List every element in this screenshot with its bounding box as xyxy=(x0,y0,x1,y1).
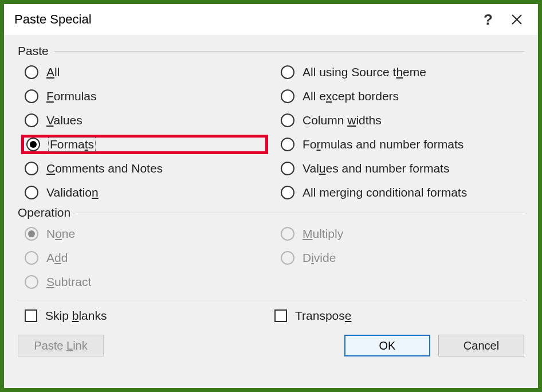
checkbox-transpose[interactable]: Transpose xyxy=(274,306,524,326)
paste-special-dialog: Paste Special ? Paste All xyxy=(4,4,538,388)
operation-group-label: Operation xyxy=(18,206,76,219)
divider xyxy=(54,51,524,52)
dialog-title: Paste Special xyxy=(14,12,474,27)
radio-icon xyxy=(281,89,294,103)
close-button[interactable] xyxy=(502,13,531,26)
paste-group-header: Paste xyxy=(18,44,524,58)
divider xyxy=(18,300,524,300)
radio-icon xyxy=(281,65,294,79)
radio-icon xyxy=(25,65,38,79)
radio-merge-conditional-formats[interactable]: All merging conditional formats xyxy=(281,183,524,202)
radio-column-widths[interactable]: Column widths xyxy=(281,111,524,130)
radio-icon xyxy=(281,138,294,151)
radio-formulas[interactable]: Formulas xyxy=(25,87,268,106)
radio-except-borders[interactable]: All except borders xyxy=(281,87,524,106)
radio-values[interactable]: Values xyxy=(25,111,268,130)
radio-icon xyxy=(281,251,294,265)
help-button[interactable]: ? xyxy=(474,11,502,29)
radio-icon xyxy=(26,138,40,151)
paste-link-button: Paste Link xyxy=(18,335,104,356)
radio-icon xyxy=(25,227,38,241)
radio-all[interactable]: All xyxy=(25,62,268,82)
radio-icon xyxy=(281,227,294,241)
radio-none: None xyxy=(25,224,268,244)
radio-formulas-number-formats[interactable]: Formulas and number formats xyxy=(281,135,524,154)
checkbox-icon xyxy=(25,309,37,322)
radio-values-number-formats[interactable]: Values and number formats xyxy=(281,159,524,178)
checkbox-icon xyxy=(274,309,287,322)
paste-group-label: Paste xyxy=(18,44,54,58)
radio-icon xyxy=(25,162,38,175)
radio-validation[interactable]: Validation xyxy=(25,183,268,202)
close-icon xyxy=(510,13,523,26)
checkbox-skip-blanks[interactable]: Skip blanks xyxy=(25,306,274,326)
radio-icon xyxy=(25,275,38,289)
radio-add: Add xyxy=(25,248,268,268)
operation-group-header: Operation xyxy=(18,206,524,219)
radio-subtract: Subtract xyxy=(25,272,268,292)
radio-icon xyxy=(25,251,38,265)
radio-multiply: Multiply xyxy=(281,224,524,244)
radio-icon xyxy=(281,113,294,127)
titlebar: Paste Special ? xyxy=(4,4,538,35)
radio-icon xyxy=(25,89,38,103)
ok-button[interactable]: OK xyxy=(344,335,430,356)
radio-formats[interactable]: Formats xyxy=(21,135,268,154)
radio-source-theme[interactable]: All using Source theme xyxy=(281,62,524,82)
radio-icon xyxy=(25,113,38,127)
divider xyxy=(76,213,524,213)
radio-icon xyxy=(25,186,38,199)
radio-icon xyxy=(281,162,294,175)
radio-divide: Divide xyxy=(281,248,524,268)
cancel-button[interactable]: Cancel xyxy=(438,335,524,356)
radio-icon xyxy=(281,186,294,199)
radio-comments-notes[interactable]: Comments and Notes xyxy=(25,159,268,178)
